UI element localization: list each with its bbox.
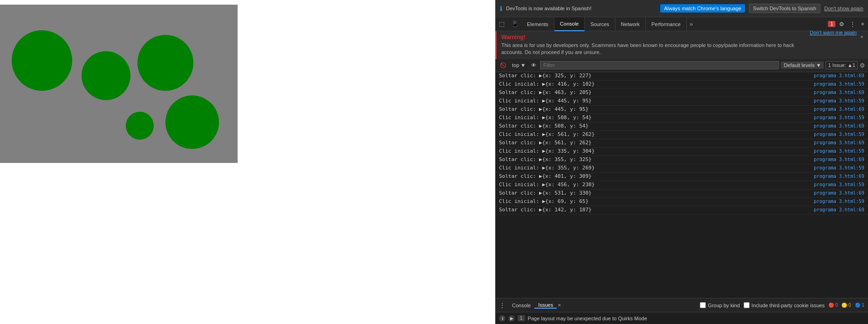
tab-console-bottom[interactable]: Console (508, 303, 534, 308)
canvas-main[interactable] (0, 5, 238, 163)
log-text: Soltar clic: ▶{x: 463, y: 205} (499, 89, 810, 95)
devtools-tabs-bar: ⬚ 📱 Elements Console Sources Network Per… (495, 17, 868, 31)
log-link[interactable]: programa 3.html:59 (814, 98, 864, 103)
warning-count-badge: 🟡 0 (841, 303, 851, 308)
log-link[interactable]: programa 3.html:69 (814, 123, 864, 128)
clear-console-button[interactable]: 🚫 (498, 61, 508, 69)
issues-close-button[interactable]: × (558, 302, 561, 309)
log-link[interactable]: programa 3.html:59 (814, 199, 864, 204)
log-entry: Soltar clic: ▶{x: 325, y: 227}programa 3… (495, 72, 868, 81)
console-log-area[interactable]: Soltar clic: ▶{x: 325, y: 227}programa 3… (495, 72, 868, 298)
log-entry: Soltar clic: ▶{x: 561, y: 262}programa 3… (495, 139, 868, 148)
log-link[interactable]: programa 3.html:69 (814, 73, 864, 78)
log-text: Clic inicial: ▶{x: 69, y: 65} (499, 198, 810, 204)
top-context-select[interactable]: top ▼ (510, 61, 527, 69)
match-language-button[interactable]: Always match Chrome's language (660, 4, 745, 13)
log-text: Clic inicial: ▶{x: 561, y: 262} (499, 131, 810, 137)
middle-area (238, 0, 495, 324)
canvas-bottom-whitespace (0, 163, 238, 324)
more-options-button[interactable]: ⋮ (848, 20, 857, 28)
tab-sources[interactable]: Sources (585, 17, 615, 31)
log-link[interactable]: programa 3.html:69 (814, 140, 864, 145)
log-text: Soltar clic: ▶{x: 531, y: 330} (499, 190, 810, 196)
canvas-area (0, 0, 238, 324)
log-text: Soltar clic: ▶{x: 355, y: 325} (499, 156, 810, 162)
log-text: Soltar clic: ▶{x: 445, y: 95} (499, 106, 810, 112)
log-link[interactable]: programa 3.html:59 (814, 165, 864, 170)
log-text: Soltar clic: ▶{x: 508, y: 54} (499, 123, 810, 129)
log-text: Clic inicial: ▶{x: 456, y: 238} (499, 182, 810, 188)
circle-3 (126, 112, 154, 140)
default-levels-dropdown[interactable]: Default levels ▼ (781, 61, 824, 69)
quirks-bar: ℹ ▶ 1 Page layout may be unexpected due … (495, 312, 868, 324)
circle-0 (12, 30, 72, 91)
close-devtools-button[interactable]: × (859, 20, 866, 28)
quirks-arrow-icon: ▶ (508, 315, 515, 322)
tab-performance[interactable]: Performance (646, 17, 687, 31)
log-entry: Clic inicial: ▶{x: 416, y: 102}programa … (495, 81, 868, 89)
dont-show-again-button[interactable]: Don't show again (824, 6, 863, 11)
log-text: Clic inicial: ▶{x: 445, y: 95} (499, 98, 810, 104)
tab-console[interactable]: Console (554, 17, 585, 31)
eye-button[interactable]: 👁 (529, 61, 538, 69)
quirks-message: Page layout may be unexpected due to Qui… (528, 316, 647, 321)
group-by-kind-label: Group by kind (708, 303, 739, 308)
warning-close-icon[interactable]: × (861, 34, 863, 40)
log-link[interactable]: programa 3.html:59 (814, 132, 864, 137)
dont-warn-again-link[interactable]: Don't warn me again (810, 30, 857, 35)
log-link[interactable]: programa 3.html:69 (814, 174, 864, 179)
log-entry: Clic inicial: ▶{x: 456, y: 238}programa … (495, 181, 868, 189)
log-link[interactable]: programa 3.html:69 (814, 107, 864, 112)
third-party-label: Include third-party cookie issues (752, 303, 825, 308)
third-party-checkbox[interactable]: Include third-party cookie issues (744, 302, 825, 308)
log-link[interactable]: programa 3.html:59 (814, 115, 864, 120)
devtools-panel: ℹ DevTools is now available in Spanish! … (495, 0, 868, 324)
devtools-device-icon[interactable]: 📱 (508, 17, 521, 31)
circle-4 (140, 116, 149, 126)
devtools-inspect-icon[interactable]: ⬚ (495, 17, 508, 31)
log-link[interactable]: programa 3.html:69 (814, 157, 864, 162)
language-notification-bar: ℹ DevTools is now available in Spanish! … (495, 0, 868, 17)
console-settings-icon[interactable]: ⚙ (860, 62, 865, 69)
error-count-badge: 🔴 0 (828, 303, 838, 308)
info-icon: ℹ (500, 5, 502, 12)
log-entry: Soltar clic: ▶{x: 508, y: 54}programa 3.… (495, 122, 868, 131)
log-text: Clic inicial: ▶{x: 355, y: 269} (499, 165, 810, 171)
tab-elements[interactable]: Elements (521, 17, 554, 31)
issue-count-badge: 1 Issue: ▲1 (826, 61, 858, 69)
issues-right-controls: Group by kind Include third-party cookie… (700, 302, 864, 308)
log-link[interactable]: programa 3.html:59 (814, 148, 864, 154)
log-text: Clic inicial: ▶{x: 416, y: 102} (499, 81, 810, 87)
log-link[interactable]: programa 3.html:69 (814, 90, 864, 95)
log-text: Clic inicial: ▶{x: 508, y: 54} (499, 115, 810, 121)
log-link[interactable]: programa 3.html:59 (814, 81, 864, 87)
log-text: Clic inicial: ▶{x: 335, y: 304} (499, 148, 810, 154)
info-count-badge: 🔵 1 (855, 303, 864, 308)
tab-network[interactable]: Network (615, 17, 646, 31)
log-entry: Clic inicial: ▶{x: 355, y: 269}programa … (495, 164, 868, 173)
circle-5 (165, 95, 219, 149)
quirks-info-icon: ℹ (499, 315, 506, 322)
log-entry: Clic inicial: ▶{x: 69, y: 65}programa 3.… (495, 198, 868, 206)
log-link[interactable]: programa 3.html:69 (814, 207, 864, 212)
log-link[interactable]: programa 3.html:69 (814, 190, 864, 196)
log-entry: Soltar clic: ▶{x: 463, y: 205}programa 3… (495, 89, 868, 97)
tabs-right-controls: 1 ⚙ ⋮ × (828, 20, 868, 28)
tabs-more-button[interactable]: » (687, 20, 696, 27)
log-entry: Clic inicial: ▶{x: 335, y: 304}programa … (495, 148, 868, 156)
issues-bar: ⋮ Console Issues × Group by kind Include… (495, 298, 868, 312)
log-entry: Soltar clic: ▶{x: 142, y: 187}programa 3… (495, 206, 868, 215)
quirks-count-badge: 1 (518, 315, 525, 321)
switch-devtools-language-button[interactable]: Switch DevTools to Spanish (749, 4, 820, 13)
circle-2 (137, 35, 193, 91)
circle-1 (82, 51, 130, 100)
issues-menu-icon[interactable]: ⋮ (499, 302, 506, 309)
log-link[interactable]: programa 3.html:59 (814, 182, 864, 187)
warning-title: Warning! (501, 34, 805, 40)
tab-issues[interactable]: Issues (534, 302, 557, 309)
log-text: Soltar clic: ▶{x: 142, y: 187} (499, 207, 810, 213)
filter-input[interactable] (540, 61, 779, 69)
settings-button[interactable]: ⚙ (837, 20, 846, 28)
group-by-kind-checkbox[interactable]: Group by kind (700, 302, 739, 308)
log-entry: Soltar clic: ▶{x: 531, y: 330}programa 3… (495, 189, 868, 198)
